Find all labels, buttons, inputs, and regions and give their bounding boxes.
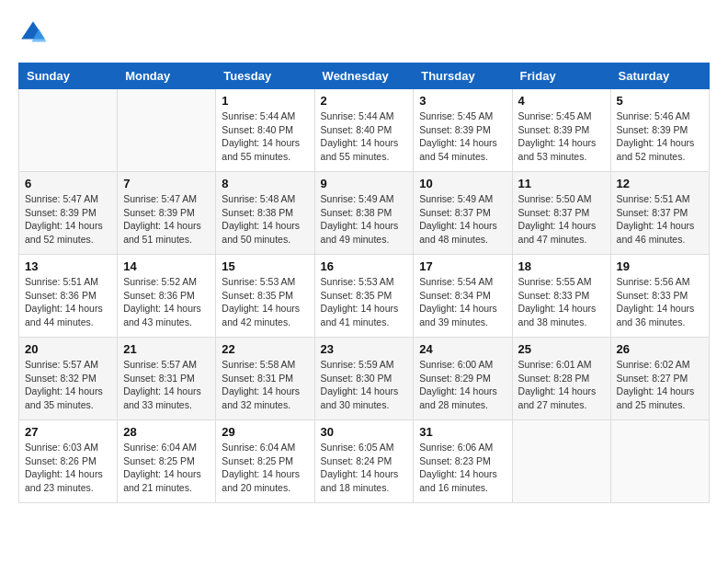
day-info: Sunrise: 5:55 AMSunset: 8:33 PMDaylight:… xyxy=(518,275,605,329)
calendar-cell xyxy=(610,420,709,503)
calendar-cell xyxy=(512,420,610,503)
weekday-header-friday: Friday xyxy=(512,63,610,89)
day-info: Sunrise: 6:00 AMSunset: 8:29 PMDaylight:… xyxy=(419,358,506,412)
calendar-cell: 16Sunrise: 5:53 AMSunset: 8:35 PMDayligh… xyxy=(314,255,414,338)
day-info: Sunrise: 5:49 AMSunset: 8:38 PMDaylight:… xyxy=(321,192,408,247)
day-number: 29 xyxy=(222,425,308,439)
day-number: 19 xyxy=(617,259,703,273)
day-info: Sunrise: 6:02 AMSunset: 8:27 PMDaylight:… xyxy=(617,358,703,412)
day-info: Sunrise: 5:44 AMSunset: 8:40 PMDaylight:… xyxy=(321,109,408,164)
calendar-cell: 25Sunrise: 6:01 AMSunset: 8:28 PMDayligh… xyxy=(512,338,610,420)
day-number: 22 xyxy=(222,342,308,356)
calendar-cell: 14Sunrise: 5:52 AMSunset: 8:36 PMDayligh… xyxy=(118,255,216,338)
day-number: 21 xyxy=(123,342,210,356)
day-info: Sunrise: 5:53 AMSunset: 8:35 PMDaylight:… xyxy=(321,275,408,329)
calendar-week-row: 20Sunrise: 5:57 AMSunset: 8:32 PMDayligh… xyxy=(19,338,710,420)
day-number: 6 xyxy=(25,177,111,190)
calendar-cell: 27Sunrise: 6:03 AMSunset: 8:26 PMDayligh… xyxy=(19,420,118,503)
calendar-cell: 12Sunrise: 5:51 AMSunset: 8:37 PMDayligh… xyxy=(610,172,709,255)
calendar-week-row: 1Sunrise: 5:44 AMSunset: 8:40 PMDaylight… xyxy=(19,89,710,172)
day-info: Sunrise: 5:51 AMSunset: 8:36 PMDaylight:… xyxy=(25,275,111,329)
calendar-cell: 23Sunrise: 5:59 AMSunset: 8:30 PMDayligh… xyxy=(314,338,414,420)
day-info: Sunrise: 5:51 AMSunset: 8:37 PMDaylight:… xyxy=(617,192,703,247)
calendar-cell: 29Sunrise: 6:04 AMSunset: 8:25 PMDayligh… xyxy=(216,420,314,503)
day-number: 4 xyxy=(518,94,605,108)
day-info: Sunrise: 6:06 AMSunset: 8:23 PMDaylight:… xyxy=(419,441,506,495)
day-info: Sunrise: 5:53 AMSunset: 8:35 PMDaylight:… xyxy=(222,275,308,329)
day-info: Sunrise: 5:56 AMSunset: 8:33 PMDaylight:… xyxy=(617,275,703,329)
weekday-header-monday: Monday xyxy=(118,63,216,89)
calendar-cell: 7Sunrise: 5:47 AMSunset: 8:39 PMDaylight… xyxy=(118,172,216,255)
calendar-cell: 4Sunrise: 5:45 AMSunset: 8:39 PMDaylight… xyxy=(512,89,610,172)
day-number: 9 xyxy=(321,177,408,190)
calendar-cell: 30Sunrise: 6:05 AMSunset: 8:24 PMDayligh… xyxy=(314,420,414,503)
day-info: Sunrise: 6:03 AMSunset: 8:26 PMDaylight:… xyxy=(25,441,111,495)
calendar-cell: 6Sunrise: 5:47 AMSunset: 8:39 PMDaylight… xyxy=(19,172,118,255)
calendar-cell: 21Sunrise: 5:57 AMSunset: 8:31 PMDayligh… xyxy=(118,338,216,420)
day-info: Sunrise: 5:52 AMSunset: 8:36 PMDaylight:… xyxy=(123,275,210,329)
day-number: 17 xyxy=(419,259,506,273)
calendar-week-row: 6Sunrise: 5:47 AMSunset: 8:39 PMDaylight… xyxy=(19,172,710,255)
calendar-cell xyxy=(118,89,216,172)
day-info: Sunrise: 5:45 AMSunset: 8:39 PMDaylight:… xyxy=(518,109,605,164)
day-number: 8 xyxy=(222,177,308,190)
day-info: Sunrise: 5:57 AMSunset: 8:32 PMDaylight:… xyxy=(25,358,111,412)
calendar-cell: 11Sunrise: 5:50 AMSunset: 8:37 PMDayligh… xyxy=(512,172,610,255)
calendar-cell: 15Sunrise: 5:53 AMSunset: 8:35 PMDayligh… xyxy=(216,255,314,338)
day-info: Sunrise: 6:05 AMSunset: 8:24 PMDaylight:… xyxy=(321,441,408,495)
calendar-cell: 5Sunrise: 5:46 AMSunset: 8:39 PMDaylight… xyxy=(610,89,709,172)
day-info: Sunrise: 5:50 AMSunset: 8:37 PMDaylight:… xyxy=(518,192,605,247)
day-info: Sunrise: 5:58 AMSunset: 8:31 PMDaylight:… xyxy=(222,358,308,412)
calendar-cell: 28Sunrise: 6:04 AMSunset: 8:25 PMDayligh… xyxy=(118,420,216,503)
calendar-cell: 9Sunrise: 5:49 AMSunset: 8:38 PMDaylight… xyxy=(314,172,414,255)
weekday-header-tuesday: Tuesday xyxy=(216,63,314,89)
day-number: 18 xyxy=(518,259,605,273)
day-info: Sunrise: 5:57 AMSunset: 8:31 PMDaylight:… xyxy=(123,358,210,412)
day-number: 16 xyxy=(321,259,408,273)
day-info: Sunrise: 6:01 AMSunset: 8:28 PMDaylight:… xyxy=(518,358,605,412)
day-number: 3 xyxy=(419,94,506,108)
calendar-cell xyxy=(19,89,118,172)
day-info: Sunrise: 5:59 AMSunset: 8:30 PMDaylight:… xyxy=(321,358,408,412)
day-number: 24 xyxy=(419,342,506,356)
calendar-cell: 22Sunrise: 5:58 AMSunset: 8:31 PMDayligh… xyxy=(216,338,314,420)
page-header xyxy=(18,18,710,48)
weekday-header-row: SundayMondayTuesdayWednesdayThursdayFrid… xyxy=(19,63,710,89)
calendar-cell: 26Sunrise: 6:02 AMSunset: 8:27 PMDayligh… xyxy=(610,338,709,420)
day-info: Sunrise: 5:46 AMSunset: 8:39 PMDaylight:… xyxy=(617,109,703,164)
weekday-header-saturday: Saturday xyxy=(610,63,709,89)
day-number: 26 xyxy=(617,342,703,356)
day-info: Sunrise: 5:47 AMSunset: 8:39 PMDaylight:… xyxy=(123,192,210,247)
day-info: Sunrise: 5:48 AMSunset: 8:38 PMDaylight:… xyxy=(222,192,308,247)
calendar-week-row: 27Sunrise: 6:03 AMSunset: 8:26 PMDayligh… xyxy=(19,420,710,503)
day-number: 5 xyxy=(617,94,703,108)
day-number: 25 xyxy=(518,342,605,356)
calendar: SundayMondayTuesdayWednesdayThursdayFrid… xyxy=(18,63,710,503)
calendar-cell: 1Sunrise: 5:44 AMSunset: 8:40 PMDaylight… xyxy=(216,89,314,172)
day-info: Sunrise: 5:54 AMSunset: 8:34 PMDaylight:… xyxy=(419,275,506,329)
weekday-header-wednesday: Wednesday xyxy=(314,63,414,89)
day-info: Sunrise: 5:47 AMSunset: 8:39 PMDaylight:… xyxy=(25,192,111,247)
day-number: 13 xyxy=(25,259,111,273)
weekday-header-thursday: Thursday xyxy=(414,63,512,89)
day-number: 10 xyxy=(419,177,506,190)
day-number: 30 xyxy=(321,425,408,439)
calendar-cell: 3Sunrise: 5:45 AMSunset: 8:39 PMDaylight… xyxy=(414,89,512,172)
calendar-cell: 19Sunrise: 5:56 AMSunset: 8:33 PMDayligh… xyxy=(610,255,709,338)
day-number: 12 xyxy=(617,177,703,190)
day-info: Sunrise: 5:44 AMSunset: 8:40 PMDaylight:… xyxy=(222,109,308,164)
day-number: 1 xyxy=(222,94,308,108)
day-number: 27 xyxy=(25,425,111,439)
calendar-cell: 24Sunrise: 6:00 AMSunset: 8:29 PMDayligh… xyxy=(414,338,512,420)
calendar-cell: 17Sunrise: 5:54 AMSunset: 8:34 PMDayligh… xyxy=(414,255,512,338)
calendar-cell: 2Sunrise: 5:44 AMSunset: 8:40 PMDaylight… xyxy=(314,89,414,172)
weekday-header-sunday: Sunday xyxy=(19,63,118,89)
day-number: 14 xyxy=(123,259,210,273)
calendar-cell: 20Sunrise: 5:57 AMSunset: 8:32 PMDayligh… xyxy=(19,338,118,420)
calendar-cell: 18Sunrise: 5:55 AMSunset: 8:33 PMDayligh… xyxy=(512,255,610,338)
calendar-cell: 10Sunrise: 5:49 AMSunset: 8:37 PMDayligh… xyxy=(414,172,512,255)
day-number: 31 xyxy=(419,425,506,439)
logo-icon xyxy=(18,18,48,48)
calendar-cell: 31Sunrise: 6:06 AMSunset: 8:23 PMDayligh… xyxy=(414,420,512,503)
day-number: 28 xyxy=(123,425,210,439)
